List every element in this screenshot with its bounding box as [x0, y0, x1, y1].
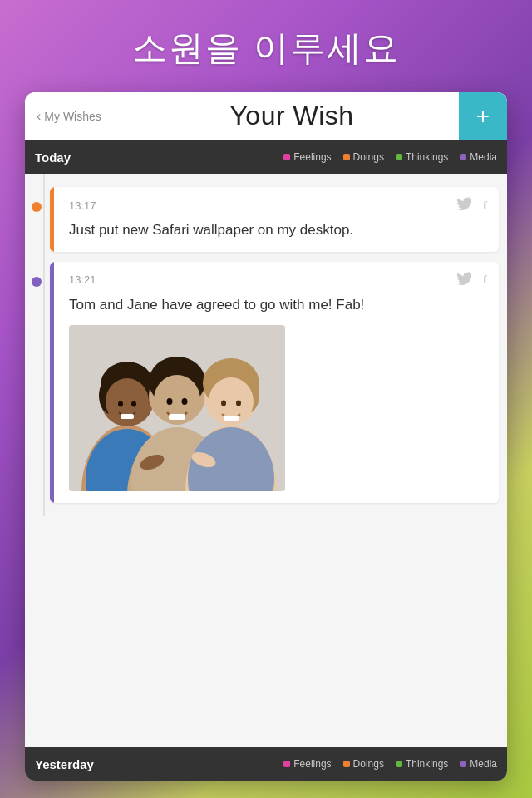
thinkings-dot-y: [396, 761, 402, 767]
filter-doings-yesterday[interactable]: Doings: [343, 758, 384, 770]
twitter-share-icon-1[interactable]: [456, 197, 471, 214]
feelings-label: Feelings: [293, 151, 331, 163]
media-label: Media: [470, 151, 497, 163]
svg-rect-8: [121, 414, 134, 419]
entries-wrapper: 13:17 f Just put: [25, 174, 507, 516]
entry-time-2: 13:21: [69, 273, 456, 286]
nav-title: Your Wish: [125, 101, 459, 131]
filter-media-yesterday[interactable]: Media: [460, 758, 497, 770]
thinkings-label: Thinkings: [406, 151, 448, 163]
entry-dot-1: [32, 202, 42, 212]
svg-point-15: [167, 398, 173, 405]
filter-feelings-yesterday[interactable]: Feelings: [283, 758, 331, 770]
nav-back-button[interactable]: ‹ My Wishes: [25, 109, 125, 124]
filter-thinkings-yesterday[interactable]: Thinkings: [396, 758, 448, 770]
media-label-y: Media: [470, 758, 497, 770]
today-filter-bar: Today Feelings Doings Thinkings Media: [25, 140, 507, 174]
entry-text-1: Just put new Safari wallpaper on my desk…: [69, 220, 487, 240]
svg-point-6: [118, 401, 123, 406]
entry-header-2: 13:21 f: [69, 272, 487, 288]
thinkings-dot: [396, 154, 402, 160]
entry-time-1: 13:17: [69, 200, 456, 212]
filter-thinkings[interactable]: Thinkings: [396, 151, 448, 163]
content-area: 13:17 f Just put: [25, 174, 507, 747]
table-row: 13:21 f Tom and: [50, 262, 499, 503]
doings-dot: [343, 154, 350, 160]
entry-actions-1: f: [456, 197, 487, 214]
thinkings-label-y: Thinkings: [406, 758, 448, 770]
entry-actions-2: f: [456, 272, 487, 288]
add-button[interactable]: +: [459, 92, 507, 140]
doings-label: Doings: [353, 151, 384, 163]
svg-point-24: [221, 400, 226, 406]
svg-point-25: [236, 400, 241, 406]
nav-back-label: My Wishes: [44, 110, 101, 123]
yesterday-filter-bar: Yesterday Feelings Doings Thinkings Medi…: [25, 747, 507, 781]
feelings-dot: [283, 154, 290, 160]
entry-card-2: 13:21 f Tom and: [50, 262, 499, 503]
svg-rect-23: [224, 416, 239, 421]
entry-inner-2: 13:21 f Tom and: [54, 262, 499, 503]
filter-media[interactable]: Media: [460, 151, 497, 163]
app-container: ‹ My Wishes Your Wish + Today Feelings D…: [25, 92, 507, 781]
entry-dot-2: [32, 277, 42, 287]
svg-rect-14: [169, 414, 185, 420]
doings-label-y: Doings: [353, 758, 384, 770]
yesterday-filter-items: Feelings Doings Thinkings Media: [111, 758, 497, 770]
nav-bar: ‹ My Wishes Your Wish +: [25, 92, 507, 140]
app-headline: 소원을 이루세요: [0, 0, 532, 92]
filter-doings[interactable]: Doings: [343, 151, 384, 163]
feelings-dot-y: [283, 761, 290, 767]
entry-card-1: 13:17 f Just put: [50, 187, 499, 252]
svg-point-16: [182, 398, 188, 405]
facebook-share-icon-1[interactable]: f: [483, 199, 487, 213]
entry-text-2: Tom and Jane have agreed to go with me! …: [69, 295, 487, 315]
svg-point-7: [131, 401, 136, 406]
facebook-share-icon-2[interactable]: f: [483, 273, 487, 287]
entry-header-1: 13:17 f: [69, 197, 487, 214]
media-dot: [460, 154, 466, 160]
media-dot-y: [460, 761, 466, 767]
doings-dot-y: [343, 761, 350, 767]
chevron-left-icon: ‹: [37, 109, 41, 124]
feelings-label-y: Feelings: [293, 758, 331, 770]
filter-feelings[interactable]: Feelings: [283, 151, 331, 163]
timeline-line: [43, 174, 45, 516]
yesterday-label: Yesterday: [35, 757, 94, 771]
filter-items: Feelings Doings Thinkings Media: [87, 151, 497, 163]
today-label: Today: [35, 150, 71, 165]
twitter-share-icon-2[interactable]: [456, 272, 471, 288]
table-row: 13:17 f Just put: [50, 187, 499, 252]
entry-inner-1: 13:17 f Just put: [54, 187, 499, 252]
entry-image-2: [69, 325, 285, 491]
